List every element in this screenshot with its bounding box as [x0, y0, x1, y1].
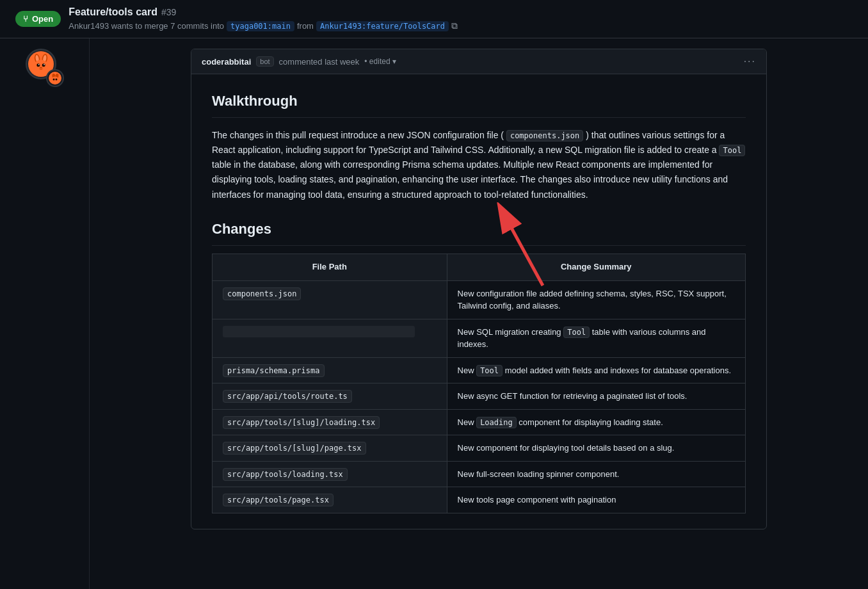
- file-cell: [213, 319, 447, 357]
- avatar-secondary: [46, 69, 64, 87]
- file-path-code: src/app/tools/[slug]/page.tsx: [223, 442, 366, 455]
- edited-label: • edited: [364, 57, 390, 66]
- summary-inline-code: Loading: [476, 417, 517, 428]
- merge-icon: ⑂: [23, 14, 28, 24]
- table-row: components.jsonNew configuration file ad…: [213, 280, 746, 319]
- comment-body: Walkthrough The changes in this pull req…: [191, 74, 766, 529]
- left-sidebar: [0, 38, 90, 589]
- file-path-code: src/app/tools/page.tsx: [223, 494, 334, 506]
- table-row: src/app/tools/[slug]/page.tsxNew compone…: [213, 435, 746, 462]
- commenter-name[interactable]: coderabbitai: [202, 57, 251, 67]
- svg-point-6: [36, 63, 40, 67]
- file-path-code: src/app/tools/[slug]/loading.tsx: [223, 416, 380, 429]
- svg-point-15: [52, 79, 54, 81]
- summary-cell: New async GET function for retrieving a …: [447, 383, 745, 410]
- avatar-secondary-icon: [49, 72, 61, 85]
- comment-header-left: coderabbitai bot commented last week • e…: [202, 56, 396, 67]
- file-cell: src/app/api/tools/route.ts: [213, 383, 447, 410]
- svg-point-7: [42, 63, 45, 67]
- content-wrapper: coderabbitai bot commented last week • e…: [191, 49, 767, 529]
- open-label: Open: [32, 14, 53, 24]
- pr-number: #39: [161, 7, 176, 17]
- pr-info: Feature/tools card #39 Ankur1493 wants t…: [68, 6, 458, 31]
- svg-point-14: [51, 77, 59, 84]
- file-cell: src/app/tools/page.tsx: [213, 487, 447, 513]
- pr-meta-text: Ankur1493 wants to merge 7 commits into: [68, 21, 224, 31]
- top-bar: ⑂ Open Feature/tools card #39 Ankur1493 …: [0, 0, 868, 38]
- open-badge: ⑂ Open: [15, 11, 61, 27]
- comment-container: coderabbitai bot commented last week • e…: [90, 38, 868, 589]
- summary-cell: New Loading component for displaying loa…: [447, 409, 745, 435]
- summary-cell: New component for displaying tool detail…: [447, 435, 745, 462]
- summary-inline-code: Tool: [563, 327, 590, 338]
- file-path-code: prisma/schema.prisma: [223, 364, 325, 377]
- col-header-change-summary: Change Summary: [447, 254, 745, 280]
- avatar-stack: [26, 49, 64, 87]
- table-row: src/app/api/tools/route.tsNew async GET …: [213, 383, 746, 410]
- walkthrough-title: Walkthrough: [212, 90, 746, 118]
- changes-table: File Path Change Summary components.json…: [212, 254, 746, 513]
- summary-cell: New Tool model added with fields and ind…: [447, 357, 745, 383]
- tool-table-inline: Tool: [719, 145, 745, 156]
- col-header-file-path: File Path: [213, 254, 447, 280]
- components-json-inline: components.json: [506, 130, 583, 141]
- summary-cell: New configuration file added defining sc…: [447, 280, 745, 319]
- svg-point-5: [34, 60, 48, 72]
- file-path-code: src/app/api/tools/route.ts: [223, 390, 352, 403]
- svg-point-10: [39, 67, 42, 69]
- branch-target[interactable]: tyaga001:main: [227, 21, 294, 31]
- comment-box: coderabbitai bot commented last week • e…: [191, 49, 767, 529]
- redacted-file-path: [223, 326, 415, 337]
- svg-point-16: [55, 79, 57, 81]
- main-area: coderabbitai bot commented last week • e…: [0, 38, 868, 589]
- pr-title: Feature/tools card: [68, 6, 157, 18]
- summary-inline-code: Tool: [476, 365, 502, 376]
- file-cell: prisma/schema.prisma: [213, 357, 447, 383]
- table-header-row: File Path Change Summary: [213, 254, 746, 280]
- walkthrough-description: The changes in this pull request introdu…: [212, 128, 746, 202]
- bot-badge: bot: [256, 56, 273, 67]
- dropdown-chevron[interactable]: ▾: [392, 57, 396, 66]
- changes-title: Changes: [212, 218, 746, 246]
- file-path-code: components.json: [223, 287, 301, 300]
- file-cell: src/app/tools/[slug]/loading.tsx: [213, 409, 447, 435]
- table-row: src/app/tools/[slug]/loading.tsxNew Load…: [213, 409, 746, 435]
- file-cell: components.json: [213, 280, 447, 319]
- file-path-code: src/app/tools/loading.tsx: [223, 468, 348, 481]
- file-cell: src/app/tools/loading.tsx: [213, 461, 447, 487]
- comment-timestamp: commented last week: [279, 57, 360, 67]
- changes-section: Changes File Path Change Summary compone…: [212, 218, 746, 513]
- table-row: New SQL migration creating Tool table wi…: [213, 319, 746, 357]
- table-row: src/app/tools/loading.tsxNew full-screen…: [213, 461, 746, 487]
- edited-dropdown[interactable]: • edited ▾: [364, 57, 396, 66]
- file-cell: src/app/tools/[slug]/page.tsx: [213, 435, 447, 462]
- copy-icon[interactable]: ⧉: [451, 20, 458, 31]
- table-row: prisma/schema.prismaNew Tool model added…: [213, 357, 746, 383]
- table-row: src/app/tools/page.tsxNew tools page com…: [213, 487, 746, 513]
- summary-cell: New full-screen loading spinner componen…: [447, 461, 745, 487]
- more-options-button[interactable]: ···: [744, 56, 756, 67]
- comment-header: coderabbitai bot commented last week • e…: [191, 49, 766, 74]
- from-label: from: [297, 21, 314, 31]
- walkthrough-section: Walkthrough The changes in this pull req…: [212, 90, 746, 202]
- summary-cell: New tools page component with pagination: [447, 487, 745, 513]
- svg-point-9: [44, 64, 45, 65]
- branch-source[interactable]: Ankur1493:feature/ToolsCard: [316, 21, 449, 31]
- summary-cell: New SQL migration creating Tool table wi…: [447, 319, 745, 357]
- pr-meta: Ankur1493 wants to merge 7 commits into …: [68, 20, 458, 31]
- svg-point-8: [38, 64, 39, 65]
